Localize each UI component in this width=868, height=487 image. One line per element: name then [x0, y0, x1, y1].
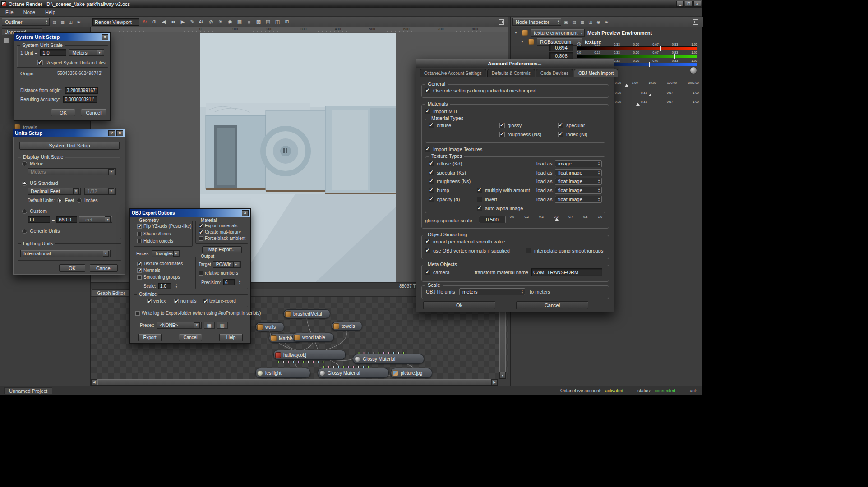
camera-checkbox[interactable]	[425, 270, 430, 275]
units-setup-titlebar[interactable]: Units Setup ? ×	[13, 129, 125, 137]
graph-node[interactable]: Glossy Material	[318, 368, 389, 378]
ok-button[interactable]: Ok	[423, 301, 495, 309]
import-image-textures-checkbox[interactable]	[425, 147, 430, 152]
custom-radio[interactable]	[22, 209, 27, 214]
param-slider[interactable]: 0.000.330.671.00	[615, 100, 699, 106]
custom-unit-dropdown[interactable]: Feet	[79, 216, 112, 223]
outliner-grid-icon[interactable]	[59, 18, 66, 26]
system-unit-setup-titlebar[interactable]: System Unit Setup ×	[14, 33, 110, 41]
dropdown-arrow-icon[interactable]	[97, 50, 102, 55]
texcoords-checkbox[interactable]	[137, 262, 142, 266]
red-channel-slider[interactable]: 0.00.170.330.500.670.831.00	[577, 43, 697, 50]
graph-node[interactable]: walls	[255, 322, 284, 331]
green-channel-slider[interactable]: 0.00.170.330.500.670.831.00	[577, 51, 697, 58]
us-standard-radio[interactable]	[22, 181, 27, 186]
graph-node[interactable]: hallway.obj	[273, 350, 346, 360]
close-icon[interactable]: ×	[242, 210, 249, 216]
vertex-normals-checkbox[interactable]	[425, 248, 430, 253]
smoothing-groups-checkbox[interactable]	[137, 275, 142, 280]
annotate-icon[interactable]	[188, 18, 196, 26]
respect-units-checkbox[interactable]	[37, 60, 43, 65]
green-channel-value[interactable]: 0.808	[549, 52, 573, 59]
cancel-button[interactable]: Cancel	[90, 264, 118, 272]
film-settings-icon[interactable]	[264, 18, 272, 26]
menu-file[interactable]: File	[5, 9, 14, 15]
outliner-split-icon[interactable]	[67, 18, 74, 26]
node-pins[interactable]	[277, 361, 324, 363]
help-button[interactable]: Help	[219, 334, 243, 341]
project-tab[interactable]: Unnamed Project	[4, 387, 52, 394]
dropdown-arrow-icon[interactable]	[108, 169, 114, 175]
shapes-lines-checkbox[interactable]	[137, 232, 142, 236]
unit-value-field[interactable]: 1.0	[40, 49, 66, 56]
unit-type-dropdown[interactable]: Meters	[69, 49, 104, 56]
settings-icon[interactable]	[603, 18, 610, 26]
node-pins[interactable]	[323, 366, 369, 368]
transform-material-field[interactable]: CAM_TRANSFORM	[531, 268, 602, 276]
title-bar[interactable]: Octane Render - D:\_scenes_\lake-park\ha…	[0, 0, 702, 8]
opacity-load-as-dropdown[interactable]: float image	[555, 196, 602, 203]
gradient-marker[interactable]	[674, 54, 675, 59]
dropdown-arrow-icon[interactable]	[173, 251, 179, 257]
export-button[interactable]: Export	[138, 334, 162, 341]
override-checkbox[interactable]	[425, 88, 430, 93]
gradient-marker[interactable]	[660, 46, 661, 51]
outliner-selector[interactable]: Outliner	[2, 18, 50, 26]
help-icon[interactable]: ?	[108, 130, 115, 136]
per-material-smooth-checkbox[interactable]	[425, 239, 430, 244]
scroll-right-icon[interactable]: ▶	[491, 379, 498, 385]
pin-icon[interactable]	[563, 18, 569, 26]
aperture-icon[interactable]	[207, 18, 215, 26]
menu-node[interactable]: Node	[23, 9, 35, 15]
flip-yz-checkbox[interactable]	[137, 224, 142, 229]
metric-unit-dropdown[interactable]: Meters	[28, 168, 116, 175]
force-black-checkbox[interactable]	[199, 236, 203, 241]
gallery-icon[interactable]	[595, 18, 602, 26]
opacity-checkbox[interactable]	[429, 197, 434, 202]
slider-marker[interactable]	[555, 218, 559, 221]
subsample-icon[interactable]	[283, 18, 291, 26]
dropdown-arrow-icon[interactable]	[233, 262, 239, 267]
import-mtl-checkbox[interactable]	[425, 109, 430, 114]
us-fraction-dropdown[interactable]: 1/32	[84, 188, 116, 195]
bump-checkbox[interactable]	[429, 188, 434, 193]
cancel-button[interactable]: Cancel	[516, 301, 588, 309]
collapse-icon[interactable]	[512, 29, 519, 37]
graph-node[interactable]: picture.jpg	[391, 368, 432, 378]
faces-dropdown[interactable]: Triangles	[152, 250, 180, 257]
tab-octanelive-account-settings[interactable]: OctaneLive Account Settings	[420, 69, 486, 77]
metric-radio[interactable]	[22, 161, 27, 166]
autofocus-button[interactable]: AF	[198, 18, 206, 26]
camera-icon[interactable]	[226, 18, 234, 26]
target-dropdown[interactable]: PC/Win	[213, 261, 241, 268]
graph-node[interactable]: ies light	[255, 368, 310, 378]
outliner-add-icon[interactable]	[75, 18, 82, 26]
region-render-icon[interactable]	[235, 18, 244, 26]
scale-field[interactable]: 1.0	[158, 283, 171, 289]
index-checkbox[interactable]	[558, 132, 563, 137]
specular-ks-checkbox[interactable]	[429, 170, 434, 175]
power-slider[interactable]: 0.001.0010.00100.001000.00	[615, 81, 699, 87]
lighting-units-dropdown[interactable]: International	[20, 250, 111, 257]
close-icon[interactable]: ×	[116, 130, 123, 136]
dropdown-arrow-icon[interactable]	[105, 216, 111, 222]
inches-radio[interactable]	[77, 198, 82, 203]
precision-field[interactable]: 6	[223, 279, 235, 285]
graph-editor-tab[interactable]: Graph Editor	[92, 289, 130, 296]
auto-alpha-checkbox[interactable]	[477, 206, 482, 211]
graph-hscrollbar[interactable]: ◀ ▶	[91, 379, 498, 386]
preset-save-icon[interactable]	[204, 322, 215, 329]
map-export-button[interactable]: Map-Export...	[202, 246, 242, 253]
relative-numbers-checkbox[interactable]	[199, 271, 203, 276]
scene-node-icon[interactable]	[4, 38, 9, 43]
normals-checkbox[interactable]	[137, 268, 142, 273]
accuracy-field[interactable]: 0.0000003911'	[63, 96, 97, 103]
scrollbar-thumb[interactable]	[97, 379, 491, 385]
distance-field[interactable]: 3.2808399167'	[65, 87, 98, 94]
menu-help[interactable]: Help	[45, 9, 55, 15]
glossy-checkbox[interactable]	[499, 123, 505, 128]
graph-node[interactable]: brushedMetal	[283, 309, 330, 318]
diffuse-checkbox[interactable]	[429, 123, 434, 128]
minimize-button[interactable]: _	[676, 1, 684, 7]
pause-icon[interactable]	[169, 18, 177, 26]
